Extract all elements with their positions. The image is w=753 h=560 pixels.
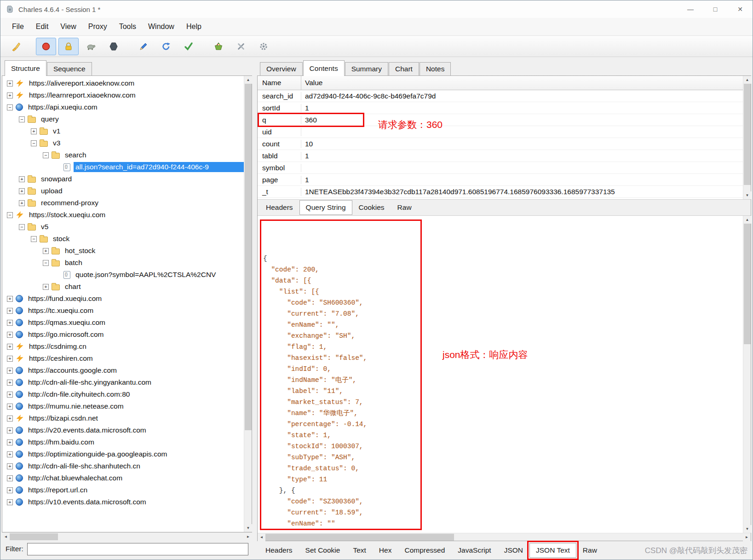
menu-item[interactable]: View — [54, 20, 82, 34]
menu-item[interactable]: Tools — [113, 20, 142, 34]
tree-item[interactable]: http://cdn-file.cityhuitech.com:80 — [2, 388, 244, 400]
tools-wrench-button[interactable] — [231, 38, 251, 55]
scroll-right-arrow-icon[interactable] — [244, 533, 252, 541]
clear-broom-button[interactable] — [6, 38, 26, 55]
scroll-thumb[interactable] — [744, 224, 751, 344]
tree-item[interactable]: https://tc.xueqiu.com — [2, 305, 244, 317]
left-panel-tab[interactable]: Structure — [5, 60, 46, 76]
tree-item[interactable]: all.json?search_id=ad72d940-f244-406c-9 — [2, 161, 244, 173]
tree-expander-icon[interactable] — [7, 104, 13, 110]
response-subtab[interactable]: Set Cookie — [299, 543, 347, 558]
response-subtab[interactable]: JavaScript — [451, 543, 497, 558]
tree-expander-icon[interactable] — [19, 188, 25, 194]
menu-item[interactable]: Window — [142, 20, 180, 34]
tree-item[interactable]: https://optimizationguide-pa.googleapis.… — [2, 448, 244, 460]
tree-expander-icon[interactable] — [7, 392, 13, 398]
table-row[interactable]: tabld 1 — [258, 150, 743, 162]
tree-item[interactable]: http://cdn-ali-file-shc.shanhutech.cn — [2, 460, 244, 472]
tree-expander-icon[interactable] — [7, 439, 13, 445]
tree-item[interactable]: https://csdnimg.cn — [2, 341, 244, 352]
tree-expander-icon[interactable] — [7, 487, 13, 493]
ssl-lock-button[interactable] — [58, 38, 79, 55]
tree-item[interactable]: https://stock.xueqiu.com — [2, 209, 244, 221]
tree-item[interactable]: https://mumu.nie.netease.com — [2, 400, 244, 412]
right-panel-tab[interactable]: Summary — [345, 62, 388, 75]
tree-item[interactable]: v3 — [2, 137, 244, 149]
table-row[interactable]: search_id ad72d940-f244-406c-9c8c-b469ef… — [258, 90, 743, 102]
minimize-button[interactable]: — — [678, 0, 703, 18]
tree-expander-icon[interactable] — [7, 463, 13, 469]
tree-expander-icon[interactable] — [7, 380, 13, 386]
tree-item[interactable]: snowpard — [2, 173, 244, 185]
scroll-down-arrow-icon[interactable] — [743, 191, 751, 199]
table-vertical-scrollbar[interactable] — [743, 76, 751, 199]
tree-item[interactable]: https://alivereport.xiaoeknow.com — [2, 77, 244, 89]
table-row[interactable]: _t 1NETEASEbb23f47394e3b327cdb117a28140d… — [258, 186, 743, 198]
response-subtab[interactable]: Compressed — [398, 543, 451, 558]
tree-expander-icon[interactable] — [7, 296, 13, 302]
tree-expander-icon[interactable] — [7, 92, 13, 98]
right-panel-tab[interactable]: Contents — [303, 60, 345, 76]
table-row[interactable]: sortId 1 — [258, 102, 743, 114]
tree-item[interactable]: https://qmas.xueqiu.com — [2, 317, 244, 329]
settings-gear-button[interactable] — [253, 38, 274, 55]
tree-expander-icon[interactable] — [7, 416, 13, 421]
table-row[interactable]: count 10 — [258, 138, 743, 150]
tree-expander-icon[interactable] — [31, 128, 37, 134]
scroll-track[interactable] — [743, 185, 751, 191]
tree-item[interactable]: https://learnreport.xiaoeknow.com — [2, 89, 244, 101]
column-header-name[interactable]: Name — [258, 76, 301, 90]
tree-expander-icon[interactable] — [7, 320, 13, 326]
scroll-thumb[interactable] — [10, 533, 58, 540]
compose-pencil-button[interactable] — [133, 38, 154, 55]
tree-item[interactable]: query — [2, 113, 244, 125]
tree-item[interactable]: https://ceshiren.com — [2, 352, 244, 364]
tree-expander-icon[interactable] — [7, 404, 13, 410]
table-row[interactable]: page 1 — [258, 174, 743, 186]
tree-expander-icon[interactable] — [31, 140, 37, 146]
response-subtab[interactable]: JSON — [498, 543, 529, 558]
tree-expander-icon[interactable] — [43, 284, 49, 290]
response-subtab[interactable]: Hex — [373, 543, 398, 558]
tree-expander-icon[interactable] — [19, 200, 25, 206]
tree-item[interactable]: https://hm.baidu.com — [2, 436, 244, 448]
close-button[interactable]: ✕ — [728, 0, 753, 18]
tree-item[interactable]: search — [2, 149, 244, 161]
throttle-turtle-button[interactable] — [81, 38, 101, 55]
panel-splitter[interactable] — [252, 57, 257, 560]
tree-expander-icon[interactable] — [43, 152, 49, 158]
tree-expander-icon[interactable] — [43, 260, 49, 266]
table-row[interactable]: q 360 — [258, 114, 743, 126]
tree-expander-icon[interactable] — [7, 212, 13, 218]
right-panel-tab[interactable]: Overview — [260, 62, 303, 75]
tree-item[interactable]: https://api.xueqiu.com — [2, 101, 244, 113]
tree-expander-icon[interactable] — [7, 368, 13, 374]
tree-item[interactable]: https://report.url.cn — [2, 484, 244, 496]
tree-expander-icon[interactable] — [7, 81, 13, 87]
tree-expander-icon[interactable] — [43, 248, 49, 254]
maximize-button[interactable]: □ — [703, 0, 728, 18]
tree-item[interactable]: chart — [2, 281, 244, 293]
response-subtab[interactable]: Headers — [259, 543, 299, 558]
response-subtab[interactable]: Raw — [576, 543, 604, 558]
menu-item[interactable]: Proxy — [82, 20, 113, 34]
tree-expander-icon[interactable] — [7, 475, 13, 481]
response-vertical-scrollbar[interactable] — [743, 216, 751, 533]
scroll-down-arrow-icon[interactable] — [743, 525, 751, 533]
response-subtab[interactable]: JSON Text — [529, 543, 576, 558]
record-button[interactable] — [36, 38, 56, 55]
tree-expander-icon[interactable] — [7, 427, 13, 433]
scroll-thumb[interactable] — [744, 84, 751, 185]
scroll-right-arrow-icon[interactable] — [743, 533, 751, 541]
tree-expander-icon[interactable] — [19, 116, 25, 122]
tree-item[interactable]: stock — [2, 233, 244, 245]
tree-item[interactable]: upload — [2, 185, 244, 197]
tree-horizontal-scrollbar[interactable] — [2, 532, 252, 540]
tree-item[interactable]: http://chat.bluewhalechat.com — [2, 472, 244, 484]
tree-expander-icon[interactable] — [7, 332, 13, 338]
scroll-up-arrow-icon[interactable] — [743, 216, 751, 224]
column-header-value[interactable]: Value — [301, 79, 743, 87]
response-horizontal-scrollbar[interactable] — [258, 533, 751, 541]
filter-input[interactable] — [27, 543, 248, 555]
tree-expander-icon[interactable] — [7, 344, 13, 350]
